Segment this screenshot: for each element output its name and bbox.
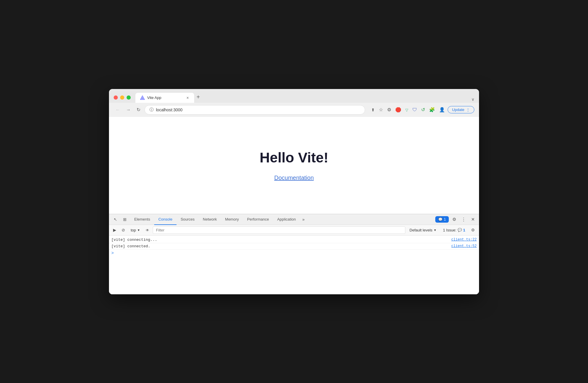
tab-title: Vite App xyxy=(147,95,184,100)
console-toolbar: ▶ ⊘ top ▼ 👁 Default levels ▼ 1 Issue: 💬 … xyxy=(109,225,479,236)
maximize-window-button[interactable] xyxy=(127,95,131,100)
stop-icon: 🛑 xyxy=(395,107,401,112)
prompt-symbol: > xyxy=(111,251,114,256)
shield-icon: 🛡 xyxy=(412,107,417,112)
tab-end: ∨ xyxy=(202,97,474,103)
levels-chevron-icon: ▼ xyxy=(434,229,436,232)
browser-toolbar-icons: ⬆ ☆ ⚙ 🛑 ▽ 🛡 ↺ 🧩 xyxy=(370,105,474,114)
tab-elements[interactable]: Elements xyxy=(130,214,154,225)
extension-stop-button[interactable]: 🛑 xyxy=(394,105,403,114)
gear-icon: ⚙ xyxy=(387,107,391,112)
console-output: [vite] connecting... client.ts:22 [vite]… xyxy=(109,236,479,294)
update-button[interactable]: Update ⋮ xyxy=(448,106,474,113)
issues-button[interactable]: 1 Issue: 💬 1 xyxy=(441,227,468,234)
webpage-content: Hello Vite! Documentation xyxy=(109,117,479,214)
minimize-window-button[interactable] xyxy=(120,95,124,100)
extension-gear-button[interactable]: ⚙ xyxy=(386,105,393,114)
reload-icon: ↻ xyxy=(137,107,140,112)
settings-icon: ⚙ xyxy=(452,217,456,222)
extension-shield-button[interactable]: 🛡 xyxy=(411,106,419,114)
console-prompt[interactable]: > xyxy=(109,250,479,257)
puzzle-icon: 🧩 xyxy=(429,107,435,112)
console-settings-button[interactable]: ⚙ xyxy=(469,226,477,234)
devtools-cursor-button[interactable]: ↖ xyxy=(111,215,120,224)
default-levels-button[interactable]: Default levels ▼ xyxy=(407,227,439,234)
devtools-right-toolbar: 💬 1 ⚙ ⋮ ✕ xyxy=(435,215,477,224)
close-icon: ✕ xyxy=(471,217,475,222)
context-selector-button[interactable]: top ▼ xyxy=(129,227,142,234)
refresh-icon: ↺ xyxy=(421,107,425,112)
devtools-panel: ↖ ⊞ Elements Console Sources Network Mem… xyxy=(109,214,479,294)
issues-chat-icon: 💬 xyxy=(458,228,462,232)
inspect-icon: ⊞ xyxy=(123,217,127,222)
documentation-link[interactable]: Documentation xyxy=(274,174,314,181)
devtools-inspect-button[interactable]: ⊞ xyxy=(121,215,129,224)
devtools-tab-bar: ↖ ⊞ Elements Console Sources Network Mem… xyxy=(109,214,479,225)
url-text: localhost:3000 xyxy=(156,107,360,112)
console-source-2[interactable]: client.ts:52 xyxy=(451,244,477,248)
console-message-1: [vite] connecting... xyxy=(111,238,157,242)
tab-dropdown-button[interactable]: ∨ xyxy=(471,97,474,102)
console-gear-icon: ⚙ xyxy=(471,228,475,232)
devtools-tab-icons: ↖ ⊞ xyxy=(111,215,129,224)
info-icon: ⓘ xyxy=(149,107,154,112)
forward-button[interactable]: → xyxy=(124,106,132,114)
execute-script-button[interactable]: ▶ xyxy=(111,226,118,234)
console-source-1[interactable]: client.ts:22 xyxy=(451,238,477,242)
window-controls xyxy=(114,95,131,100)
eye-icon: 👁 xyxy=(146,228,149,232)
context-label: top xyxy=(131,228,136,232)
issue-badge[interactable]: 💬 1 xyxy=(435,216,449,223)
share-button[interactable]: ⬆ xyxy=(370,106,376,114)
avatar-icon: 👤 xyxy=(439,107,445,112)
browser-window: Vite App × + ∨ ← → ↻ ⓘ localhost:3000 ⬆ xyxy=(109,89,479,294)
issues-label: 1 Issue: xyxy=(443,228,456,232)
extension-refresh-button[interactable]: ↺ xyxy=(420,105,426,114)
more-icon: ⋮ xyxy=(461,217,466,222)
tab-console[interactable]: Console xyxy=(154,214,177,225)
tab-application[interactable]: Application xyxy=(273,214,300,225)
reload-button[interactable]: ↻ xyxy=(135,106,142,114)
tab-sources[interactable]: Sources xyxy=(177,214,199,225)
filter-input[interactable] xyxy=(153,226,405,234)
bookmark-icon: ☆ xyxy=(379,107,383,112)
tab-performance[interactable]: Performance xyxy=(243,214,273,225)
cursor-icon: ↖ xyxy=(114,217,117,222)
share-icon: ⬆ xyxy=(371,107,375,112)
address-bar: ← → ↻ ⓘ localhost:3000 ⬆ ☆ ⚙ 🛑 xyxy=(109,103,479,117)
browser-tab[interactable]: Vite App × xyxy=(135,93,194,103)
update-label: Update xyxy=(452,107,464,112)
live-expression-button[interactable]: 👁 xyxy=(144,226,151,234)
issue-chat-icon: 💬 xyxy=(438,217,443,221)
clear-console-button[interactable]: ⊘ xyxy=(120,226,127,234)
devtools-settings-button[interactable]: ⚙ xyxy=(451,215,458,224)
back-button[interactable]: ← xyxy=(114,106,122,114)
title-bar: Vite App × + ∨ xyxy=(109,89,479,103)
console-message-2: [vite] connected. xyxy=(111,244,150,248)
back-icon: ← xyxy=(115,107,120,112)
ban-icon: ⊘ xyxy=(122,228,125,232)
forward-icon: → xyxy=(126,107,131,112)
close-window-button[interactable] xyxy=(114,95,118,100)
devtools-more-button[interactable]: ⋮ xyxy=(460,215,468,224)
tab-close-button[interactable]: × xyxy=(186,95,189,100)
url-bar[interactable]: ⓘ localhost:3000 xyxy=(145,105,365,115)
extensions-puzzle-button[interactable]: 🧩 xyxy=(428,105,436,114)
default-levels-label: Default levels xyxy=(409,228,432,232)
bookmark-button[interactable]: ☆ xyxy=(377,105,384,114)
page-heading: Hello Vite! xyxy=(260,149,328,166)
issues-count: 1 xyxy=(463,228,465,232)
tab-favicon xyxy=(140,95,145,100)
console-line-2: [vite] connected. client.ts:52 xyxy=(109,243,479,250)
devtools-close-button[interactable]: ✕ xyxy=(469,215,477,224)
tab-network[interactable]: Network xyxy=(199,214,221,225)
tab-memory[interactable]: Memory xyxy=(221,214,243,225)
more-tabs-button[interactable]: » xyxy=(300,215,307,224)
issue-count: 1 xyxy=(444,217,446,221)
tabs-area: Vite App × + ∨ xyxy=(135,93,474,103)
console-line-1: [vite] connecting... client.ts:22 xyxy=(109,237,479,243)
extension-vuejs-button[interactable]: ▽ xyxy=(404,106,410,114)
avatar-button[interactable]: 👤 xyxy=(438,105,446,114)
new-tab-button[interactable]: + xyxy=(194,93,202,102)
context-chevron-icon: ▼ xyxy=(137,229,140,232)
